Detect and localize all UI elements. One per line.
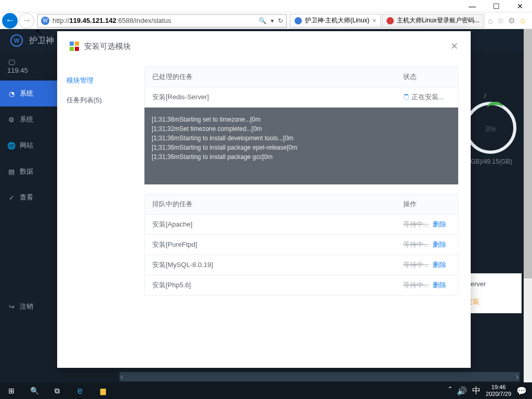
table-row: 安装[Php5.6]等待中...删除 [145,275,458,296]
sidebar-settings[interactable]: ⚙ 系统 [0,107,62,132]
col-task: 排队中的任务 [145,194,396,215]
tab-title: 主机大师Linux登录账户密码... [397,16,480,25]
service-name: Server [466,280,515,288]
queue-task: 安装[MySQL-8.0.19] [145,255,396,275]
scrollbar-thumb[interactable] [524,29,532,278]
gear-icon[interactable]: ⚙ [508,16,515,25]
data-icon: ▤ [7,167,16,176]
taskview-button[interactable]: ⧉ [46,382,69,399]
queue-task: 安装[Apache] [145,215,396,235]
waiting-label: 等待中... [403,281,429,289]
console-line: [1;31;36mStarting to install package epe… [152,143,451,152]
console-line: [1;31;36mStarting set to timezone...[0m [152,115,451,124]
explorer-button[interactable]: ▆ [91,382,114,399]
start-button[interactable]: ⊞ [0,382,23,399]
waiting-label: 等待中... [403,261,429,269]
globe-icon: 🌐 [7,141,16,150]
gauge-slash: / [484,92,486,100]
tab-title: 护卫神·主机大师(Linux) [305,16,369,25]
sidebar-data[interactable]: ▤ 数据 [0,158,62,184]
task-name: 安装[Redis-Server] [145,87,396,108]
table-row: 安装[Apache]等待中...删除 [145,215,458,235]
close-tab-icon[interactable]: × [373,17,376,24]
app-sidebar: 🖵 119.45 ◔ 系统 ⚙ 系统 🌐 网站 ▤ 数据 ✓ 查看 ↪ 注销 [0,52,62,382]
close-window-button[interactable]: ✕ [508,0,532,12]
delete-link[interactable]: 删除 [433,281,446,289]
sidebar-logout[interactable]: ↪ 注销 [0,294,62,320]
spinner-icon [403,94,409,100]
delete-link[interactable]: 删除 [433,220,446,228]
window-titlebar: — ☐ ✕ [0,0,532,12]
queue-task: 安装[PureFtpd] [145,235,396,255]
sidebar-web[interactable]: 🌐 网站 [0,132,62,158]
console-output: [1;31;36mStarting set to timezone...[0m … [144,108,458,184]
task-status: 正在安装... [396,87,458,108]
app-brand: 护卫神 [29,35,54,46]
smiley-icon[interactable]: ☺ [519,16,527,25]
home-icon[interactable]: ⌂ [488,16,493,25]
minimize-button[interactable]: — [460,0,484,12]
modules-icon [70,42,79,51]
tray-up-icon[interactable]: ˆ [449,386,451,395]
col-status: 状态 [396,67,458,87]
tab-favicon [295,17,302,24]
monitor-icon: 🖵 [7,58,16,66]
url-text: http://119.45.121.142:6588/index/status [52,17,255,24]
nav-task-list[interactable]: 任务列表(5) [57,90,139,110]
toolbar-icons: ⌂ ☆ ⚙ ☺ [485,16,530,25]
install-link[interactable]: 安装 [466,297,515,307]
volume-icon[interactable]: 🔊 [457,386,467,396]
forward-button[interactable]: → [19,13,34,29]
ie-button[interactable]: e [69,382,91,399]
refresh-icon[interactable]: ↻ [278,17,283,24]
sidebar-ip: 🖵 119.45 [0,52,62,81]
address-bar[interactable]: W http://119.45.121.142:6588/index/statu… [37,14,287,28]
disk-gauge: 3% [464,102,516,154]
vertical-scrollbar[interactable] [524,29,532,382]
logout-icon: ↪ [7,302,16,311]
sidebar-check[interactable]: ✓ 查看 [0,184,62,210]
console-line: [1;31;36mStarting to install package gcc… [152,152,451,162]
search-button[interactable]: 🔍 [23,382,46,399]
modal-header: 安装可选模块 ✕ [57,31,471,61]
waiting-label: 等待中... [403,241,429,248]
modal-nav: 模块管理 任务列表(5) [57,61,139,368]
delete-link[interactable]: 删除 [433,241,446,248]
table-row: 安装[Redis-Server] 正在安装... [145,87,458,108]
gear-icon: ⚙ [7,115,16,124]
browser-toolbar: ← → W http://119.45.121.142:6588/index/s… [0,12,532,29]
col-operation: 操作 [396,194,458,215]
notification-icon[interactable]: 💬 [516,386,527,396]
dropdown-icon[interactable]: ▾ [271,17,274,24]
clipboard-icon: ✓ [7,193,16,202]
processed-table: 已处理的任务 状态 安装[Redis-Server] 正在安装... [144,66,458,108]
delete-link[interactable]: 删除 [433,261,446,269]
scroll-right-icon[interactable]: › [516,372,518,381]
tab-1[interactable]: 护卫神·主机大师(Linux) × [290,14,381,28]
close-modal-button[interactable]: ✕ [450,41,458,52]
console-line: [1;31;32mSet timezone completed...[0m [152,124,451,134]
horizontal-scrollbar[interactable]: ‹ › [119,372,520,381]
tab-2[interactable]: 主机大师Linux登录账户密码... [382,14,484,28]
sidebar-system[interactable]: ◔ 系统 [0,81,62,107]
modal-title: 安装可选模块 [84,42,131,51]
console-line: [1;31;36mStarting to install development… [152,134,451,143]
table-row: 安装[MySQL-8.0.19]等待中...删除 [145,255,458,275]
install-modules-modal: 安装可选模块 ✕ 模块管理 任务列表(5) 已处理的任务 状态 安装[Redis… [57,31,471,368]
favorite-icon[interactable]: ☆ [497,16,504,25]
app-logo: W [10,34,23,47]
search-icon[interactable]: 🔍 [259,17,267,24]
back-button[interactable]: ← [2,13,18,29]
nav-module-mgmt[interactable]: 模块管理 [57,71,139,90]
taskbar: ⊞ 🔍 ⧉ e ▆ ˆ 🔊 中 19:46 2020/7/29 💬 [0,382,532,399]
queue-table: 排队中的任务 操作 安装[Apache]等待中...删除 安装[PureFtpd… [144,194,458,296]
waiting-label: 等待中... [403,220,429,228]
col-task: 已处理的任务 [145,67,396,87]
scroll-left-icon[interactable]: ‹ [121,372,123,381]
gauge-icon: ◔ [7,89,16,98]
maximize-button[interactable]: ☐ [484,0,508,12]
gauge-percent: 3% [468,125,513,133]
ime-indicator[interactable]: 中 [472,385,481,396]
clock[interactable]: 19:46 2020/7/29 [486,384,511,397]
tab-favicon [387,17,394,24]
